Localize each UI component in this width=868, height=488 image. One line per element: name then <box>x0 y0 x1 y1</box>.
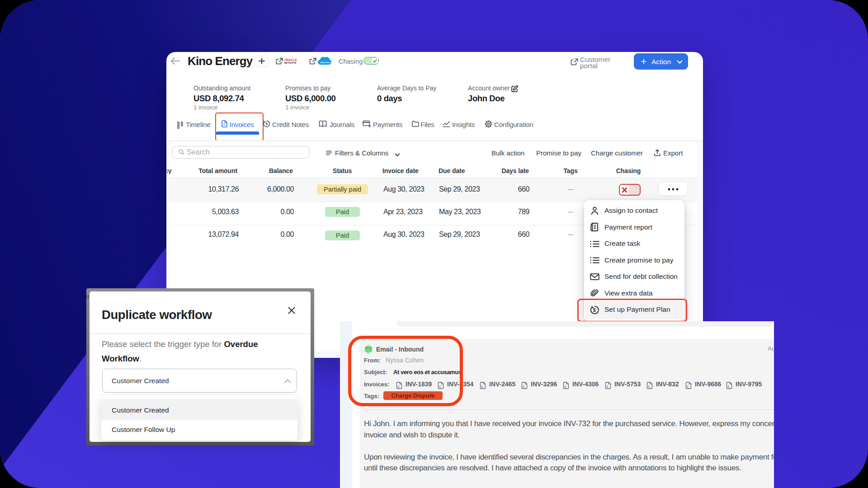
svg-text:£: £ <box>481 385 483 388</box>
svg-text:£: £ <box>565 385 566 388</box>
svg-text:£: £ <box>687 385 689 388</box>
svg-text:£: £ <box>728 385 730 388</box>
svg-text:£: £ <box>607 385 609 388</box>
svg-text:£: £ <box>523 385 525 388</box>
svg-text:$: $ <box>266 122 268 126</box>
svg-text:£: £ <box>648 385 650 388</box>
svg-text:salesforce: salesforce <box>320 61 331 64</box>
